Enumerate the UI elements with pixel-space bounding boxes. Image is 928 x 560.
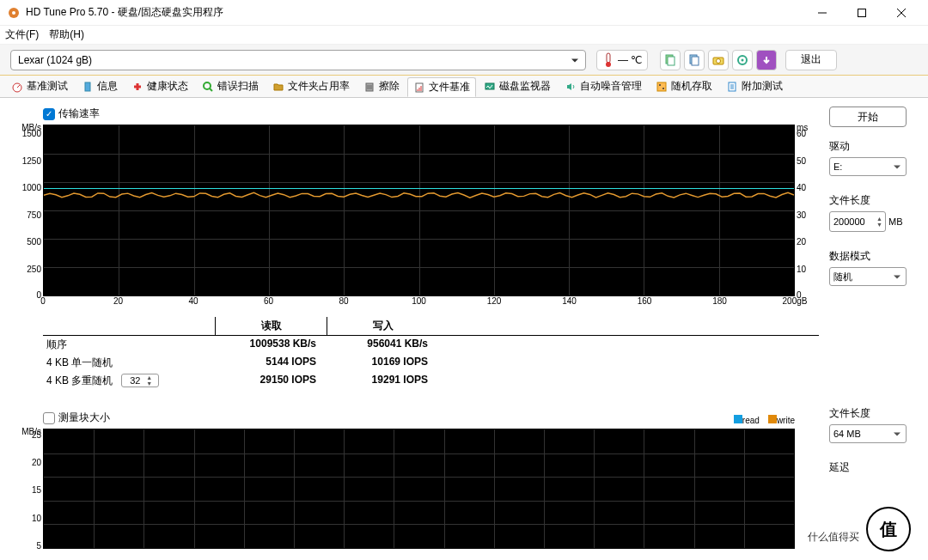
filelen-unit: MB — [888, 216, 903, 227]
svg-point-21 — [659, 84, 661, 86]
filelen-spinner[interactable]: ▲▼ — [829, 211, 886, 232]
filelen2-select[interactable]: 64 MB — [829, 424, 907, 443]
toolbar-icons — [660, 50, 777, 70]
options-icon[interactable] — [732, 50, 753, 70]
tab-health[interactable]: 健康状态 — [125, 76, 194, 96]
copy-info-icon[interactable] — [660, 50, 681, 70]
chart-y-axis-left: MB/s 1500 1250 1000 750 500 250 0 — [17, 125, 43, 296]
drive-dropdown-value: Lexar (1024 gB) — [18, 54, 92, 66]
watermark-text: 什么值得买 — [808, 530, 859, 545]
chart-transfer-rate: MB/s 1500 1250 1000 750 500 250 0 ms 60 … — [17, 125, 819, 296]
tab-benchmark[interactable]: 基准测试 — [5, 76, 74, 96]
menu-help[interactable]: 帮助(H) — [49, 27, 84, 42]
svg-point-5 — [606, 62, 611, 67]
results-col-read: 读取 — [215, 317, 327, 335]
filelen2-label: 文件长度 — [829, 406, 911, 421]
tab-folderusage[interactable]: 文件夹占用率 — [266, 76, 356, 96]
svg-point-22 — [662, 88, 664, 89]
spin-up-icon[interactable]: ▲ — [146, 374, 156, 380]
legend-write-swatch — [768, 415, 777, 423]
titlebar: HD Tune Pro 5.70 - 硬盘/固态硬盘实用程序 — [0, 0, 928, 26]
chart2-plot-area — [43, 429, 795, 549]
tab-monitor[interactable]: 磁盘监视器 — [478, 76, 557, 96]
datamode-select[interactable]: 随机 — [829, 267, 907, 286]
start-button[interactable]: 开始 — [829, 107, 907, 127]
tab-errorscan[interactable]: 错误扫描 — [196, 76, 265, 96]
temperature-value: — ℃ — [618, 54, 642, 66]
thermometer-icon — [602, 52, 614, 68]
window-title: HD Tune Pro 5.70 - 硬盘/固态硬盘实用程序 — [26, 5, 803, 20]
chart2-legend: read write — [734, 415, 795, 425]
side-panel: 开始 驱动 E: 文件长度 ▲▼ MB 数据模式 随机 文件长度 64 MB 延… — [829, 107, 911, 549]
minimize-button[interactable] — [803, 0, 842, 26]
close-button[interactable] — [882, 0, 921, 26]
chart2-y-axis: MB/s 25 20 15 10 5 — [17, 429, 43, 549]
queue-depth-input[interactable] — [124, 375, 146, 386]
svg-rect-4 — [607, 53, 610, 63]
app-icon — [7, 6, 21, 20]
tab-info[interactable]: 信息 — [76, 76, 124, 96]
tab-filebenchmark[interactable]: 文件基准 — [407, 77, 476, 97]
content-area: 传输速率 MB/s 1500 1250 1000 750 500 250 0 m… — [0, 98, 928, 557]
drive-dropdown[interactable]: Lexar (1024 gB) — [10, 50, 586, 70]
tab-random[interactable]: 随机存取 — [650, 76, 718, 96]
table-row: 4 KB 单一随机5144 IOPS10169 IOPS — [43, 354, 819, 372]
save-icon[interactable] — [756, 50, 777, 70]
watermark-badge: 值 — [866, 507, 911, 551]
filelen-input[interactable] — [833, 216, 876, 227]
results-col-write: 写入 — [327, 317, 438, 335]
tabbar: 基准测试信息健康状态错误扫描文件夹占用率擦除文件基准磁盘监视器自动噪音管理随机存… — [0, 76, 928, 98]
transfer-rate-label: 传输速率 — [58, 107, 100, 121]
drive-select[interactable]: E: — [829, 157, 907, 176]
chart-x-axis: 020406080100120140160180200gB — [43, 296, 795, 310]
results-header-row: 读取 写入 — [43, 317, 819, 336]
tab-erase[interactable]: 擦除 — [357, 76, 406, 96]
svg-point-16 — [204, 82, 211, 89]
results-table: 读取 写入 顺序1009538 KB/s956041 KB/s4 KB 单一随机… — [43, 317, 819, 390]
svg-point-11 — [717, 58, 721, 63]
tab-aam[interactable]: 自动噪音管理 — [559, 76, 648, 96]
menu-file[interactable]: 文件(F) — [5, 27, 39, 42]
svg-rect-3 — [858, 9, 866, 16]
spin-up-icon[interactable]: ▲ — [876, 216, 882, 222]
svg-rect-9 — [692, 57, 699, 65]
svg-rect-20 — [657, 82, 666, 91]
filelen-label: 文件长度 — [829, 193, 911, 208]
chart-block-size: MB/s 25 20 15 10 5 — [17, 429, 819, 549]
svg-point-13 — [742, 58, 744, 61]
camera-icon[interactable] — [708, 50, 729, 70]
svg-rect-15 — [85, 82, 90, 91]
exit-button[interactable]: 退出 — [785, 50, 837, 70]
delay-label: 延迟 — [829, 460, 911, 475]
main-column: 传输速率 MB/s 1500 1250 1000 750 500 250 0 m… — [17, 107, 819, 549]
svg-rect-7 — [668, 57, 675, 65]
block-size-checkbox[interactable] — [43, 412, 55, 424]
datamode-label: 数据模式 — [829, 249, 911, 264]
queue-depth-spinner[interactable]: ▲▼ — [121, 374, 159, 387]
maximize-button[interactable] — [842, 0, 882, 26]
copy-shot-icon[interactable] — [684, 50, 705, 70]
tab-extra[interactable]: 附加测试 — [720, 76, 789, 96]
menubar: 文件(F) 帮助(H) — [0, 26, 928, 45]
block-size-label: 测量块大小 — [58, 411, 110, 425]
spin-down-icon[interactable]: ▼ — [146, 380, 156, 387]
chart-y-axis-right: ms 60 50 40 30 20 10 0 — [795, 125, 819, 296]
transfer-rate-checkbox[interactable] — [43, 108, 55, 120]
spin-down-icon[interactable]: ▼ — [876, 222, 882, 228]
table-row: 顺序1009538 KB/s956041 KB/s — [43, 336, 819, 354]
table-row: 4 KB 多重随机▲▼29150 IOPS19291 IOPS — [43, 372, 819, 390]
temperature-display: — ℃ — [596, 50, 648, 70]
legend-read-swatch — [734, 415, 742, 423]
chart-plot-area — [43, 125, 795, 296]
drive-label: 驱动 — [829, 139, 911, 154]
svg-point-1 — [12, 11, 15, 15]
toolbar: Lexar (1024 gB) — ℃ 退出 — [0, 45, 928, 76]
